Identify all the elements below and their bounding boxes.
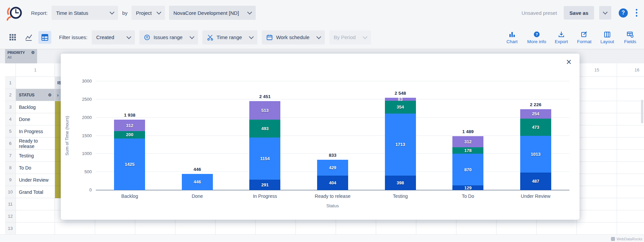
status-row-label[interactable]: To Do: [16, 162, 55, 174]
chart-bar-slot[interactable]: 404429833: [299, 81, 367, 190]
pivot-cell[interactable]: [617, 186, 644, 198]
pivot-cell[interactable]: [617, 174, 644, 186]
help-icon[interactable]: ?: [619, 8, 628, 18]
kebab-menu-icon[interactable]: [635, 8, 638, 17]
pivot-cell[interactable]: [336, 222, 376, 235]
pivot-cell[interactable]: [617, 77, 644, 89]
chart-bar-slot[interactable]: 48710134732542 226: [502, 81, 569, 190]
gear-icon[interactable]: ⚙: [31, 51, 35, 55]
pivot-cell[interactable]: [617, 138, 644, 150]
pivot-cell[interactable]: [537, 222, 577, 235]
work-schedule-dropdown[interactable]: Work schedule: [262, 30, 325, 44]
preset-status-label: Unsaved preset: [522, 10, 557, 16]
pivot-cell[interactable]: [617, 101, 644, 113]
pivot-cell[interactable]: [497, 222, 537, 235]
chevron-right-icon[interactable]: ›: [55, 92, 59, 98]
bar-segment: 291: [249, 180, 280, 190]
time-range-dropdown[interactable]: Time range: [202, 30, 257, 44]
pivot-cell[interactable]: [617, 125, 644, 138]
pivot-cell[interactable]: [577, 150, 617, 162]
priority-header-cell[interactable]: PRIORITY ⚙ All: [5, 49, 37, 63]
pivot-cell[interactable]: [16, 210, 55, 222]
pivot-cell[interactable]: [577, 210, 617, 222]
pivot-cell[interactable]: [577, 222, 617, 235]
pivot-cell[interactable]: [617, 113, 644, 125]
pivot-cell[interactable]: [617, 162, 644, 174]
pivot-table-icon: [41, 34, 49, 41]
bar-segment-label: 1425: [125, 162, 135, 167]
x-axis-label: Under Review: [502, 193, 569, 199]
pivot-cell[interactable]: [456, 222, 497, 235]
chart-bar-slot[interactable]: 14252003121 938: [96, 81, 164, 190]
bar-segment-label: 513: [261, 108, 269, 113]
chart-bar-slot[interactable]: 3981713354832 548: [366, 81, 434, 190]
group-by-dropdown[interactable]: Project: [132, 6, 165, 20]
layout-button[interactable]: Layout: [599, 31, 615, 44]
grid-icon: [9, 34, 16, 40]
vertical-scrollbar[interactable]: [641, 100, 643, 123]
pivot-cell[interactable]: [95, 222, 135, 235]
pivot-cell[interactable]: [16, 77, 55, 89]
status-row-label[interactable]: Backlog: [16, 101, 55, 113]
filter-issues-dropdown[interactable]: Created: [92, 30, 135, 44]
grid-view-button[interactable]: [6, 31, 19, 44]
chart-bar-slot[interactable]: 29111544935132 451: [231, 81, 299, 190]
status-row-label[interactable]: Grand Total: [16, 186, 55, 198]
save-as-button[interactable]: Save as: [564, 6, 594, 20]
pivot-cell[interactable]: [577, 162, 617, 174]
y-axis-tick: 2000: [71, 115, 92, 120]
priority-label: PRIORITY: [7, 51, 25, 55]
format-button[interactable]: Format: [577, 31, 592, 44]
y-axis-tick: 1500: [71, 133, 92, 139]
pivot-cell[interactable]: [16, 198, 55, 210]
pivot-cell[interactable]: [376, 222, 416, 235]
status-row-label[interactable]: Done: [16, 113, 55, 125]
pivot-cell[interactable]: [16, 222, 55, 235]
pivot-cell[interactable]: [577, 198, 617, 210]
status-row-label[interactable]: Under Review: [16, 174, 55, 186]
x-axis-label: Backlog: [96, 193, 164, 199]
pivot-cell[interactable]: [175, 222, 216, 235]
pivot-cell[interactable]: [577, 125, 617, 138]
pivot-cell[interactable]: [416, 222, 456, 235]
gear-icon[interactable]: ⚙: [48, 93, 52, 97]
pivot-cell[interactable]: [577, 186, 617, 198]
bar-total-label: 1 938: [96, 113, 164, 118]
pivot-cell[interactable]: [256, 222, 296, 235]
status-row-label[interactable]: Ready to release: [16, 138, 55, 150]
row-number: 10: [5, 186, 16, 198]
pivot-cell[interactable]: [577, 77, 617, 89]
export-button[interactable]: Export: [554, 31, 569, 44]
project-dropdown[interactable]: NovaCore Development [ND]: [169, 6, 256, 20]
chart-bar-slot[interactable]: 1298701783121 489: [434, 81, 502, 190]
status-row-label[interactable]: In Progress: [16, 125, 55, 138]
issues-range-dropdown[interactable]: Issues range: [139, 30, 198, 44]
pivot-cell[interactable]: [135, 222, 175, 235]
pivot-cell[interactable]: [577, 138, 617, 150]
more-info-button[interactable]: ? More info: [527, 31, 546, 44]
chart-bar-slot[interactable]: 446446: [164, 81, 231, 190]
pivot-cell[interactable]: [577, 89, 617, 101]
pivot-cell[interactable]: [216, 222, 256, 235]
webdatarocks-watermark[interactable]: WebDataRocks: [611, 237, 642, 241]
bar-segment: 493: [249, 120, 280, 138]
save-as-dropdown-button[interactable]: [599, 6, 611, 20]
fields-button[interactable]: Fields: [622, 31, 638, 44]
status-header-cell[interactable]: STATUS⚙: [16, 89, 55, 101]
pivot-cell[interactable]: [617, 150, 644, 162]
status-row-label[interactable]: Testing: [16, 150, 55, 162]
pivot-cell[interactable]: [296, 222, 336, 235]
chart-button[interactable]: Chart: [504, 31, 520, 44]
pivot-cell[interactable]: [577, 101, 617, 113]
pivot-cell[interactable]: [617, 198, 644, 210]
pivot-cell[interactable]: [577, 113, 617, 125]
pivot-cell[interactable]: [577, 174, 617, 186]
pivot-cell[interactable]: [617, 222, 644, 235]
pivot-cell[interactable]: [55, 222, 95, 235]
pivot-cell[interactable]: [617, 89, 644, 101]
pivot-view-button[interactable]: [38, 31, 51, 44]
chart-view-button[interactable]: [22, 31, 35, 44]
close-icon[interactable]: ×: [566, 58, 571, 67]
pivot-cell[interactable]: [617, 210, 644, 222]
report-type-dropdown[interactable]: Time in Status: [52, 6, 118, 20]
